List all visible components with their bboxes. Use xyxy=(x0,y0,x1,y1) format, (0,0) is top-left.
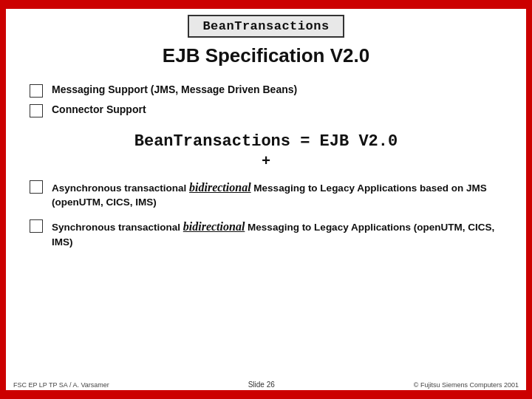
bullet-item-1: Messaging Support (JMS, Message Driven B… xyxy=(30,83,502,98)
bullet-icon-3 xyxy=(30,180,43,194)
right-accent xyxy=(526,9,532,390)
footer-left: FSC EP LP TP SA / A. Varsamer xyxy=(13,381,109,389)
bullet-section-1: Messaging Support (JMS, Message Driven B… xyxy=(30,83,502,117)
bullet-text-1: Messaging Support (JMS, Message Driven B… xyxy=(52,83,297,95)
footer: FSC EP LP TP SA / A. Varsamer Slide 26 ©… xyxy=(0,381,532,389)
bullet-item-2: Connector Support xyxy=(30,103,502,117)
main-content: EJB Specification V2.0 Messaging Support… xyxy=(30,44,502,362)
bullet4-bidirectional: bidirectional xyxy=(183,220,245,233)
footer-right: © Fujitsu Siemens Computers 2001 xyxy=(414,381,519,389)
bullet4-prefix: Synchronous transactional xyxy=(52,222,183,233)
slide: BeanTransactions EJB Specification V2.0 … xyxy=(0,0,532,399)
bullet-item-3: Asynchronous transactional bidirectional… xyxy=(30,180,502,210)
bullet3-bidirectional: bidirectional xyxy=(189,181,251,194)
bullet3-prefix: Asynchronous transactional xyxy=(52,183,189,194)
left-accent xyxy=(0,9,6,390)
top-bar xyxy=(0,0,532,9)
footer-center: Slide 26 xyxy=(248,381,275,389)
bullet-item-4: Synchronous transactional bidirectional … xyxy=(30,219,502,249)
equation-section: BeanTransactions = EJB V2.0 + xyxy=(30,132,502,169)
bullet-icon-2 xyxy=(30,104,43,117)
bullet-section-2: Asynchronous transactional bidirectional… xyxy=(30,180,502,250)
bottom-bar xyxy=(0,390,532,399)
title-box: BeanTransactions xyxy=(188,15,344,38)
equation-plus: + xyxy=(30,152,502,169)
bullet-icon-4 xyxy=(30,219,43,233)
bullet-text-3: Asynchronous transactional bidirectional… xyxy=(52,180,502,210)
equation-main: BeanTransactions = EJB V2.0 xyxy=(30,132,502,151)
main-heading: EJB Specification V2.0 xyxy=(30,44,502,67)
bullet-icon-1 xyxy=(30,84,43,98)
bullet-text-2: Connector Support xyxy=(52,103,146,115)
bullet-text-4: Synchronous transactional bidirectional … xyxy=(52,219,502,249)
title-box-container: BeanTransactions xyxy=(0,9,532,38)
